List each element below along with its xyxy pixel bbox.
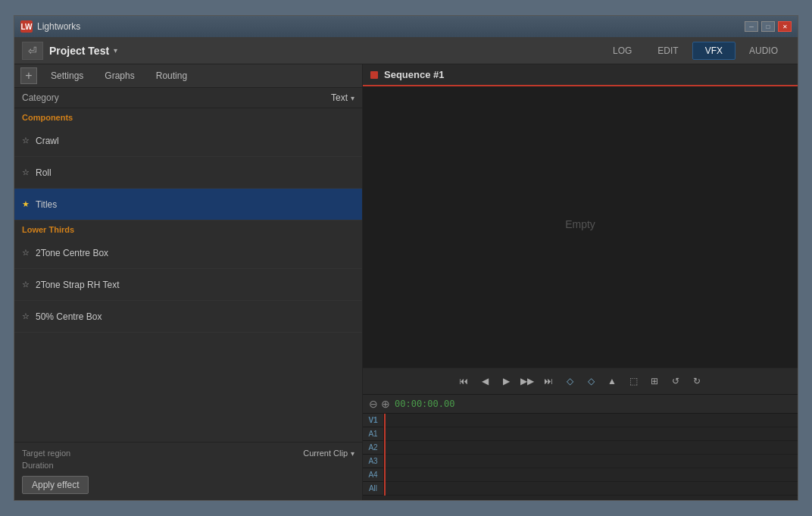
effect-name: 50% Centre Box: [36, 311, 102, 322]
effect-name: Roll: [36, 167, 52, 178]
track-a2: A2: [363, 441, 798, 455]
track-label-a3: A3: [363, 455, 384, 468]
category-selector[interactable]: Text ▾: [331, 92, 354, 103]
content-area: + Settings Graphs Routing Category Text …: [14, 64, 798, 500]
timeline-cursor: [384, 414, 386, 496]
list-item[interactable]: ☆ 2Tone Centre Box: [14, 237, 362, 269]
left-panel: + Settings Graphs Routing Category Text …: [14, 64, 363, 500]
effect-name: 2Tone Strap RH Text: [36, 280, 120, 290]
tab-edit[interactable]: EDIT: [645, 42, 690, 60]
grid-view-button[interactable]: ⊞: [645, 373, 664, 389]
list-item[interactable]: ☆ Roll: [14, 157, 362, 189]
track-a1: A1: [363, 427, 798, 441]
list-item[interactable]: ☆ Crawl: [14, 125, 362, 157]
effect-name: 2Tone Centre Box: [36, 248, 108, 258]
list-item[interactable]: ☆ 50% Centre Box: [14, 301, 362, 333]
category-bar: Category Text ▾: [14, 88, 362, 108]
right-panel: Sequence #1 Empty ⏮ ◀ ▶ ▶▶ ⏭ ◇ ◇ ▲ ⬚ ⊞ ↺…: [363, 64, 798, 500]
apply-effect-button[interactable]: Apply effect: [22, 476, 89, 494]
track-v1: V1: [363, 414, 798, 427]
category-value-text: Text: [331, 92, 348, 103]
track-content-a1[interactable]: [384, 427, 798, 441]
duration-label: Duration: [22, 461, 54, 470]
tab-log[interactable]: LOG: [601, 42, 644, 60]
zoom-out-icon[interactable]: ⊖: [369, 398, 378, 410]
track-content-a3[interactable]: [384, 455, 798, 468]
star-icon-active[interactable]: ★: [22, 199, 30, 209]
preview-title: Sequence #1: [384, 69, 445, 80]
tab-settings[interactable]: Settings: [43, 68, 91, 83]
track-all: All: [363, 482, 798, 496]
target-region-value: Current Clip: [303, 449, 348, 458]
star-icon[interactable]: ☆: [22, 167, 30, 177]
nav-tabs: LOG EDIT VFX AUDIO: [601, 42, 790, 60]
title-bar: LW Lightworks ─ □ ✕: [14, 16, 798, 37]
title-bar-left: LW Lightworks: [20, 20, 80, 33]
target-region-row: Target region Current Clip ▾: [22, 449, 354, 458]
maximize-button[interactable]: □: [761, 21, 775, 32]
step-forward-button[interactable]: ▶▶: [518, 373, 536, 389]
track-label-a1: A1: [363, 427, 384, 441]
back-button[interactable]: ⏎: [22, 42, 43, 60]
left-panel-tabs: + Settings Graphs Routing: [14, 64, 362, 88]
preview-header: Sequence #1: [363, 64, 798, 86]
timecode-display-button[interactable]: ⬚: [624, 373, 642, 389]
preview-area: Sequence #1 Empty: [363, 64, 798, 367]
window-title: Lightworks: [37, 21, 80, 32]
main-window: LW Lightworks ─ □ ✕ ⏎ Project Test ▾ LOG…: [14, 15, 798, 501]
tab-routing[interactable]: Routing: [148, 68, 195, 83]
mark-in-button[interactable]: ◇: [561, 373, 579, 389]
redo-button[interactable]: ↻: [688, 373, 706, 389]
duration-row: Duration: [22, 461, 354, 470]
track-a3: A3: [363, 455, 798, 468]
go-to-end-button[interactable]: ⏭: [539, 373, 557, 389]
tab-audio[interactable]: AUDIO: [737, 42, 790, 60]
star-icon[interactable]: ☆: [22, 136, 30, 145]
timeline-tracks: V1 A1 A2 A3: [363, 414, 798, 496]
add-to-timeline-button[interactable]: ▲: [603, 373, 621, 389]
track-content-all[interactable]: [384, 482, 798, 496]
star-icon[interactable]: ☆: [22, 280, 30, 289]
preview-empty-label: Empty: [565, 218, 595, 230]
track-content-a4[interactable]: [384, 468, 798, 482]
track-content-a2[interactable]: [384, 441, 798, 455]
target-region-label: Target region: [22, 449, 70, 458]
timecode-display: 00:00:00.00: [395, 399, 454, 409]
category-dropdown-icon: ▾: [351, 94, 354, 102]
play-button[interactable]: ▶: [497, 373, 515, 389]
undo-button[interactable]: ↺: [667, 373, 685, 389]
tab-graphs[interactable]: Graphs: [97, 68, 142, 83]
track-label-v1: V1: [363, 414, 384, 427]
components-section-header: Components: [14, 108, 362, 125]
effect-name: Crawl: [36, 136, 59, 146]
tab-vfx[interactable]: VFX: [692, 42, 735, 60]
track-content-v1[interactable]: [384, 414, 798, 427]
mark-out-button[interactable]: ◇: [582, 373, 600, 389]
star-icon[interactable]: ☆: [22, 311, 30, 321]
effect-name: Titles: [36, 199, 57, 210]
close-button[interactable]: ✕: [778, 21, 792, 32]
lower-thirds-section-header: Lower Thirds: [14, 220, 362, 237]
list-item[interactable]: ☆ 2Tone Strap RH Text: [14, 269, 362, 301]
project-dropdown-icon[interactable]: ▾: [114, 46, 117, 55]
track-label-all: All: [363, 482, 384, 496]
track-a4: A4: [363, 468, 798, 482]
preview-canvas: Empty: [363, 86, 798, 362]
effects-list[interactable]: Components ☆ Crawl ☆ Roll ★ Titles Lower…: [14, 108, 362, 442]
category-label: Category: [22, 92, 59, 103]
minimize-button[interactable]: ─: [745, 21, 758, 32]
add-tab-button[interactable]: +: [20, 67, 37, 84]
bottom-controls: Target region Current Clip ▾ Duration Ap…: [14, 442, 362, 500]
track-label-a2: A2: [363, 441, 384, 455]
app-icon: LW: [20, 20, 33, 33]
target-region-selector[interactable]: Current Clip ▾: [303, 449, 354, 458]
star-icon[interactable]: ☆: [22, 248, 30, 258]
go-to-start-button[interactable]: ⏮: [454, 373, 473, 389]
zoom-controls[interactable]: ⊖ ⊕: [369, 398, 390, 410]
list-item-selected[interactable]: ★ Titles: [14, 189, 362, 220]
timeline-area: ⊖ ⊕ 00:00:00.00 V1 A1: [363, 394, 798, 500]
project-name: Project Test: [49, 45, 109, 57]
zoom-in-icon[interactable]: ⊕: [381, 398, 390, 410]
window-controls: ─ □ ✕: [745, 21, 792, 32]
step-back-button[interactable]: ◀: [476, 373, 494, 389]
